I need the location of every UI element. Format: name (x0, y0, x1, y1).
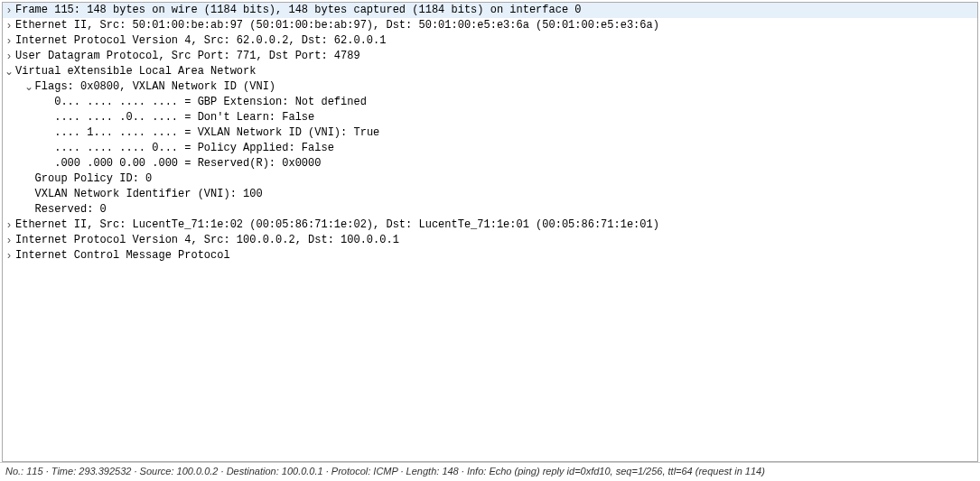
indent-spacer (3, 125, 42, 141)
twisty-placeholder: · (42, 110, 54, 125)
status-info-value: Echo (ping) reply id=0xfd10, seq=1/256, … (489, 466, 764, 476)
indent-spacer (3, 141, 42, 156)
protocol-field-label: Frame 115: 148 bytes on wire (1184 bits)… (15, 3, 582, 18)
protocol-tree-row[interactable]: ›Frame 115: 148 bytes on wire (1184 bits… (3, 3, 977, 18)
indent-spacer (3, 202, 23, 217)
status-length-value: 148 (442, 466, 458, 476)
twisty-placeholder: · (42, 95, 54, 110)
chevron-right-icon[interactable]: › (3, 18, 15, 33)
protocol-field-label: VXLAN Network Identifier (VNI): 100 (35, 187, 263, 202)
protocol-field-label: User Datagram Protocol, Src Port: 771, D… (15, 49, 360, 64)
status-source-label: Source: (140, 466, 174, 476)
chevron-right-icon[interactable]: › (3, 248, 15, 264)
protocol-tree-row[interactable]: ›Internet Control Message Protocol (3, 248, 977, 264)
packet-details-pane[interactable]: ›Frame 115: 148 bytes on wire (1184 bits… (2, 2, 978, 462)
chevron-right-icon[interactable]: › (3, 3, 15, 18)
chevron-right-icon[interactable]: › (3, 49, 15, 64)
protocol-field-label: Internet Protocol Version 4, Src: 100.0.… (15, 233, 399, 248)
twisty-placeholder: · (42, 141, 54, 156)
protocol-field-label: .... .... .0.. .... = Don't Learn: False (54, 110, 314, 125)
protocol-tree-row[interactable]: ·.000 .000 0.00 .000 = Reserved(R): 0x00… (3, 156, 977, 171)
twisty-placeholder: · (42, 125, 54, 141)
protocol-field-label: Virtual eXtensible Local Area Network (15, 64, 256, 79)
protocol-field-label: .... 1... .... .... = VXLAN Network ID (… (54, 125, 379, 141)
protocol-tree-row[interactable]: ›Internet Protocol Version 4, Src: 62.0.… (3, 33, 977, 49)
status-info-label: Info: (467, 466, 486, 476)
status-source-value: 100.0.0.2 (177, 466, 219, 476)
indent-spacer (3, 79, 23, 95)
status-no-label: No.: (5, 466, 23, 476)
twisty-placeholder: · (42, 156, 54, 171)
status-bar: No.: 115 · Time: 293.392532 · Source: 10… (0, 462, 980, 481)
protocol-field-label: Internet Control Message Protocol (15, 248, 230, 264)
chevron-down-icon[interactable]: ⌄ (3, 64, 15, 79)
protocol-field-label: 0... .... .... .... = GBP Extension: Not… (54, 95, 367, 110)
protocol-tree-row[interactable]: ⌄Flags: 0x0800, VXLAN Network ID (VNI) (3, 79, 977, 95)
protocol-field-label: .000 .000 0.00 .000 = Reserved(R): 0x000… (54, 156, 321, 171)
status-destination-value: 100.0.0.1 (282, 466, 323, 476)
chevron-right-icon[interactable]: › (3, 233, 15, 248)
protocol-tree-row[interactable]: ·0... .... .... .... = GBP Extension: No… (3, 95, 977, 110)
protocol-tree-row[interactable]: ›User Datagram Protocol, Src Port: 771, … (3, 49, 977, 64)
protocol-field-label: Group Policy ID: 0 (35, 171, 153, 187)
protocol-tree-row[interactable]: ·.... .... .0.. .... = Don't Learn: Fals… (3, 110, 977, 125)
protocol-field-label: Ethernet II, Src: 50:01:00:be:ab:97 (50:… (15, 18, 659, 33)
protocol-field-label: .... .... .... 0... = Policy Applied: Fa… (54, 141, 334, 156)
status-no-value: 115 (26, 466, 42, 476)
protocol-tree-row[interactable]: ·VXLAN Network Identifier (VNI): 100 (3, 187, 977, 202)
indent-spacer (3, 187, 23, 202)
twisty-placeholder: · (23, 171, 35, 187)
indent-spacer (3, 95, 42, 110)
protocol-tree-row[interactable]: ›Ethernet II, Src: 50:01:00:be:ab:97 (50… (3, 18, 977, 33)
chevron-right-icon[interactable]: › (3, 33, 15, 49)
protocol-field-label: Internet Protocol Version 4, Src: 62.0.0… (15, 33, 386, 49)
chevron-down-icon[interactable]: ⌄ (23, 79, 35, 95)
twisty-placeholder: · (23, 187, 35, 202)
protocol-tree-row[interactable]: ›Internet Protocol Version 4, Src: 100.0… (3, 233, 977, 248)
twisty-placeholder: · (23, 202, 35, 217)
protocol-tree-row[interactable]: ·Group Policy ID: 0 (3, 171, 977, 187)
status-protocol-value: ICMP (373, 466, 397, 476)
chevron-right-icon[interactable]: › (3, 217, 15, 233)
status-time-value: 293.392532 (79, 466, 131, 476)
indent-spacer (3, 171, 23, 187)
status-destination-label: Destination: (227, 466, 279, 476)
status-time-label: Time: (51, 466, 76, 476)
protocol-tree-row[interactable]: ⌄Virtual eXtensible Local Area Network (3, 64, 977, 79)
indent-spacer (3, 110, 42, 125)
protocol-tree-row[interactable]: ›Ethernet II, Src: LucentTe_71:1e:02 (00… (3, 217, 977, 233)
status-protocol-label: Protocol: (331, 466, 370, 476)
protocol-tree-row[interactable]: ·.... .... .... 0... = Policy Applied: F… (3, 141, 977, 156)
protocol-field-label: Ethernet II, Src: LucentTe_71:1e:02 (00:… (15, 217, 659, 233)
protocol-tree-row[interactable]: ·Reserved: 0 (3, 202, 977, 217)
protocol-field-label: Flags: 0x0800, VXLAN Network ID (VNI) (35, 79, 275, 95)
indent-spacer (3, 156, 42, 171)
protocol-tree-row[interactable]: ·.... 1... .... .... = VXLAN Network ID … (3, 125, 977, 141)
status-length-label: Length: (406, 466, 440, 476)
protocol-field-label: Reserved: 0 (35, 202, 107, 217)
